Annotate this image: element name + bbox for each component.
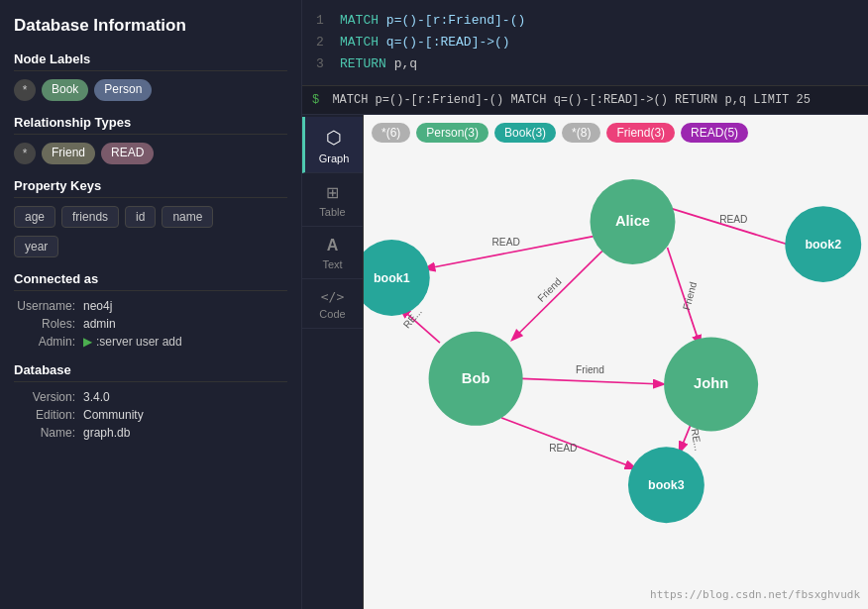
watermark: https://blog.csdn.net/fbsxghvudk: [650, 588, 860, 601]
prop-year[interactable]: year: [14, 236, 58, 257]
node-star-tag[interactable]: *: [14, 79, 36, 101]
code-line-1: 1 MATCH p=()-[r:Friend]-(): [316, 10, 854, 32]
badge-all-nodes[interactable]: *(6): [372, 123, 410, 143]
edge-bob-john: [521, 379, 663, 385]
sidebar: Database Information Node Labels * Book …: [0, 0, 302, 609]
graph-canvas: *(6) Person(3) Book(3) *(8) Friend(3) RE…: [364, 115, 868, 609]
query-bar: $ MATCH p=()-[r:Friend]-() MATCH q=()-[:…: [302, 86, 868, 115]
relationship-types-row: * Friend READ: [14, 143, 287, 164]
edge-label-alice-book1: READ: [492, 237, 520, 248]
db-name-label: Name:: [14, 426, 83, 440]
tab-code[interactable]: </> Code: [302, 279, 363, 329]
edge-label-john-book3: RE...: [690, 428, 705, 452]
tab-table[interactable]: ⊞ Table: [302, 173, 363, 227]
edge-label-bob-john: Friend: [576, 364, 604, 375]
edge-alice-bob: [512, 251, 603, 340]
code-tab-label: Code: [319, 308, 345, 320]
version-value: 3.4.0: [83, 390, 287, 404]
main-panel: 1 MATCH p=()-[r:Friend]-() 2 MATCH q=()-…: [302, 0, 868, 609]
result-area: ⬡ Graph ⊞ Table A Text </> Code *(6): [302, 115, 868, 609]
db-name-value: graph.db: [83, 426, 287, 440]
database-grid: Version: 3.4.0 Edition: Community Name: …: [14, 390, 287, 440]
rel-star-tag[interactable]: *: [14, 143, 36, 164]
node-label-book1: book1: [374, 271, 410, 285]
property-keys-section: Property Keys: [14, 178, 287, 198]
tab-graph[interactable]: ⬡ Graph: [302, 117, 363, 173]
property-keys-row2: year: [14, 236, 287, 257]
database-section: Database: [14, 362, 287, 382]
table-tab-label: Table: [319, 206, 345, 218]
admin-value: ▶:server user add: [83, 335, 287, 349]
prop-age[interactable]: age: [14, 206, 55, 228]
graph-tab-label: Graph: [319, 152, 350, 164]
tag-read[interactable]: READ: [101, 143, 154, 164]
admin-label: Admin:: [14, 335, 83, 349]
code-tab-icon: </>: [321, 289, 344, 304]
node-label-book2: book2: [805, 238, 841, 252]
badge-row-1: *(6) Person(3) Book(3): [372, 123, 556, 143]
query-text: MATCH p=()-[r:Friend]-() MATCH q=()-[:RE…: [332, 93, 810, 107]
line-num-3: 3: [316, 53, 330, 75]
connected-as-grid: Username: neo4j Roles: admin Admin: ▶:se…: [14, 299, 287, 349]
property-keys-row: age friends id name: [14, 206, 287, 228]
prop-friends[interactable]: friends: [61, 206, 119, 228]
badge-row-2: *(8) Friend(3) READ(5): [562, 123, 748, 143]
badge-read[interactable]: READ(5): [681, 123, 748, 143]
node-label-book3: book3: [648, 479, 685, 493]
node-label-alice: Alice: [615, 214, 650, 230]
edge-label-alice-book2: READ: [719, 214, 747, 225]
graph-visualization: READ READ Friend Friend Friend RE... R: [364, 115, 868, 609]
node-label-john: John: [694, 376, 728, 392]
edition-label: Edition:: [14, 408, 83, 422]
node-labels-section: Node Labels: [14, 51, 287, 71]
sidebar-title: Database Information: [14, 16, 287, 36]
line-num-1: 1: [316, 10, 330, 32]
edge-label-alice-john: Friend: [681, 281, 699, 312]
connected-as-section: Connected as: [14, 271, 287, 291]
tag-friend[interactable]: Friend: [42, 143, 95, 164]
prop-id[interactable]: id: [125, 206, 156, 228]
tag-book[interactable]: Book: [42, 79, 88, 101]
result-badges: *(6) Person(3) Book(3) *(8) Friend(3) RE…: [372, 123, 748, 143]
text-tab-icon: A: [327, 237, 339, 254]
roles-value: admin: [83, 317, 287, 331]
roles-label: Roles:: [14, 317, 83, 331]
badge-all-rels[interactable]: *(8): [562, 123, 600, 143]
username-value: neo4j: [83, 299, 287, 313]
username-label: Username:: [14, 299, 83, 313]
edge-label-alice-bob: Friend: [535, 276, 563, 304]
tab-bar: ⬡ Graph ⊞ Table A Text </> Code: [302, 115, 364, 609]
play-icon: ▶: [83, 335, 92, 349]
node-label-bob: Bob: [462, 370, 490, 386]
code-line-2: 2 MATCH q=()-[:READ]->(): [316, 32, 854, 53]
line-num-2: 2: [316, 32, 330, 53]
prompt-symbol: $: [312, 93, 319, 107]
code-line-3: 3 RETURN p,q: [316, 53, 854, 75]
relationship-types-section: Relationship Types: [14, 115, 287, 135]
node-labels-row: * Book Person: [14, 79, 287, 101]
badge-book[interactable]: Book(3): [494, 123, 556, 143]
graph-tab-icon: ⬡: [326, 127, 342, 149]
version-label: Version:: [14, 390, 83, 404]
badge-friend[interactable]: Friend(3): [606, 123, 675, 143]
text-tab-label: Text: [322, 258, 342, 270]
code-editor: 1 MATCH p=()-[r:Friend]-() 2 MATCH q=()-…: [302, 0, 868, 86]
edition-value: Community: [83, 408, 287, 422]
table-tab-icon: ⊞: [326, 183, 339, 202]
tab-text[interactable]: A Text: [302, 227, 363, 279]
badge-person[interactable]: Person(3): [416, 123, 488, 143]
edge-label-bob-book3: READ: [549, 443, 577, 454]
prop-name[interactable]: name: [162, 206, 213, 228]
tag-person[interactable]: Person: [94, 79, 152, 101]
